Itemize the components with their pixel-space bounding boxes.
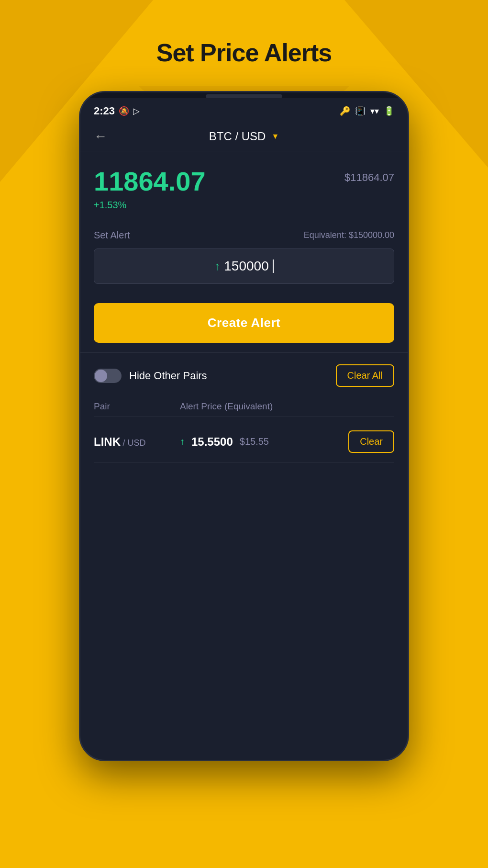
table-headers: Pair Alert Price (Equivalent) [94,396,394,417]
play-icon: ▷ [133,106,140,116]
clear-all-button[interactable]: Clear All [336,364,394,387]
hide-pairs-toggle[interactable] [94,369,122,383]
toggle-knob [95,370,107,382]
price-section: 11864.07 +1.53% $11864.07 [80,151,408,220]
alert-input-value: 150000 [224,259,268,274]
create-alert-button[interactable]: Create Alert [94,303,394,343]
page-title: Set Price Alerts [156,38,332,67]
notification-icon: 🔕 [119,106,129,116]
alert-price-value: 15.5500 [191,435,233,449]
alerts-list-header: Hide Other Pairs Clear All [94,364,394,387]
alert-input-direction-icon: ↑ [214,259,220,273]
price-main: 11864.07 [94,166,206,197]
back-button[interactable]: ← [94,129,107,144]
hide-pairs-row: Hide Other Pairs [94,369,207,383]
price-left: 11864.07 +1.53% [94,166,206,211]
pair-quote: / USD [122,438,145,448]
alert-direction-icon: ↑ [180,436,185,447]
alert-pair: LINK / USD [94,435,180,449]
phone-top-bar [80,92,408,98]
pair-dropdown-arrow[interactable]: ▼ [271,132,279,141]
vibrate-icon: 📳 [355,106,366,116]
alert-header: Set Alert Equivalent: $150000.00 [94,230,394,241]
phone-mockup: 2:23 🔕 ▷ 🔑 📳 ▾▾ 🔋 ← BTC / USD ▼ 11864.07… [79,91,409,761]
status-icons-right: 🔑 📳 ▾▾ 🔋 [340,106,394,116]
alerts-list-section: Hide Other Pairs Clear All Pair Alert Pr… [80,353,408,474]
nav-title: BTC / USD ▼ [209,130,279,143]
price-usd: $11864.07 [344,171,394,184]
alert-label: Set Alert [94,230,130,241]
key-icon: 🔑 [340,106,350,116]
nav-pair-label: BTC / USD [209,130,266,143]
alert-equivalent: Equivalent: $150000.00 [304,230,394,240]
table-row: LINK / USD ↑ 15.5500 $15.55 Clear [94,421,394,463]
alert-price-info: ↑ 15.5500 $15.55 [180,435,348,449]
th-pair: Pair [94,401,180,412]
status-left: 2:23 🔕 ▷ [94,105,140,117]
alert-input-field[interactable]: ↑ 150000 [94,248,394,284]
price-change: +1.53% [94,200,206,211]
nav-bar: ← BTC / USD ▼ [80,122,408,151]
th-price: Alert Price (Equivalent) [180,401,394,412]
alert-price-equiv: $15.55 [240,436,269,447]
alert-section: Set Alert Equivalent: $150000.00 ↑ 15000… [80,220,408,293]
pair-name: LINK [94,435,121,448]
clear-button[interactable]: Clear [348,430,394,453]
status-bar: 2:23 🔕 ▷ 🔑 📳 ▾▾ 🔋 [80,98,408,122]
battery-icon: 🔋 [384,106,394,116]
price-row: 11864.07 +1.53% $11864.07 [94,166,394,211]
phone-notch [206,94,282,98]
text-cursor [273,259,274,273]
hide-pairs-label: Hide Other Pairs [129,370,207,382]
wifi-icon: ▾▾ [370,106,379,116]
status-time: 2:23 [94,105,115,117]
